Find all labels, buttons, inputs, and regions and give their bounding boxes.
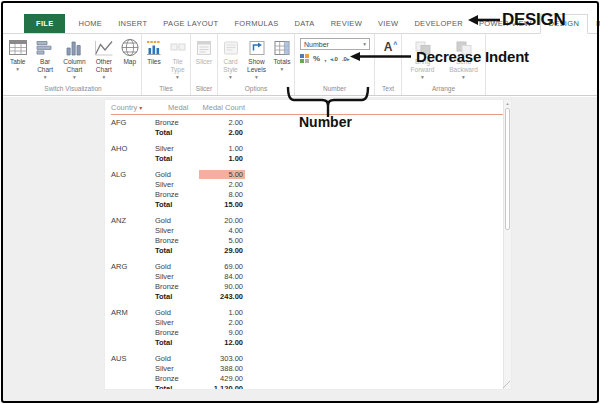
totals-button[interactable]: Totals ▾: [270, 36, 294, 73]
table-row[interactable]: Silver84.00: [111, 271, 505, 281]
resize-grip-icon[interactable]: [503, 381, 510, 388]
arrow-left-icon: [467, 13, 501, 27]
table-row[interactable]: Bronze90.00: [111, 281, 505, 291]
medal-cell: Silver: [155, 226, 199, 235]
total-value-cell: 29.00: [199, 246, 245, 255]
table-row[interactable]: Silver4.00: [111, 225, 505, 235]
tab-page-layout[interactable]: PAGE LAYOUT: [155, 14, 226, 33]
total-value-cell: 1,120.00: [199, 384, 245, 391]
table-row[interactable]: Silver388.00: [111, 363, 505, 373]
tab-view[interactable]: VIEW: [370, 14, 406, 33]
map-button[interactable]: Map: [119, 36, 141, 66]
value-cell: 303.00: [199, 354, 245, 363]
table-row[interactable]: Bronze5.00: [111, 235, 505, 245]
medal-cell: Bronze: [155, 282, 199, 291]
tab-insert[interactable]: INSERT: [110, 14, 155, 33]
chevron-down-icon: ▾: [462, 74, 465, 81]
tab-data[interactable]: DATA: [287, 14, 323, 33]
scrollbar-thumb[interactable]: [505, 108, 510, 230]
medal-cell: Gold: [155, 262, 199, 271]
table-row[interactable]: Silver2.00: [111, 317, 505, 327]
table-total-row[interactable]: Total12.00: [111, 337, 505, 347]
table-row[interactable]: Silver2.00: [111, 179, 505, 189]
table-total-row[interactable]: Total243.00: [111, 291, 505, 301]
bar-chart-button[interactable]: Bar Chart ▾: [31, 36, 58, 81]
table-icon: [7, 37, 29, 58]
slicer-button[interactable]: Slicer: [192, 36, 217, 66]
total-label-cell: Total: [155, 200, 199, 209]
table-total-row[interactable]: Total1,120.00: [111, 383, 505, 390]
total-value-cell: 243.00: [199, 292, 245, 301]
total-value-cell: 12.00: [199, 338, 245, 347]
medal-table-visual[interactable]: Country▾ Medal Medal Count AFGBronze2.00…: [104, 99, 512, 390]
header-medal[interactable]: Medal: [155, 103, 199, 112]
header-medal-count[interactable]: Medal Count: [199, 103, 245, 112]
table-row[interactable]: Bronze8.00: [111, 189, 505, 199]
comma-style-icon[interactable]: ,: [324, 54, 326, 64]
value-cell: 4.00: [199, 226, 245, 235]
tab-review[interactable]: REVIEW: [323, 14, 370, 33]
table-row[interactable]: ARMGold1.00: [111, 307, 505, 317]
value-cell: 429.00: [199, 374, 245, 383]
tab-home[interactable]: HOME: [70, 14, 110, 33]
button-label: Map: [123, 58, 136, 66]
country-cell: ARG: [111, 262, 155, 271]
percent-style-icon[interactable]: %: [313, 54, 320, 64]
group-label: Text: [375, 83, 401, 95]
medal-cell: Silver: [155, 318, 199, 327]
table-row[interactable]: ARGGold69.00: [111, 261, 505, 271]
show-levels-button[interactable]: Show Levels ▾: [243, 36, 270, 81]
tab-formulas[interactable]: FORMULAS: [226, 14, 286, 33]
button-label: Card Style: [218, 58, 243, 74]
number-annotation: Number: [299, 114, 352, 130]
table-total-row[interactable]: Total29.00: [111, 245, 505, 255]
chevron-down-icon: ▾: [176, 74, 179, 81]
tiles-button[interactable]: Tiles: [143, 36, 166, 66]
tile-type-button[interactable]: Tile Type ▾: [166, 36, 190, 81]
total-value-cell: 15.00: [199, 200, 245, 209]
increase-decimal-icon[interactable]: ◂.0: [330, 56, 338, 62]
country-cell: ARM: [111, 308, 155, 317]
country-group: AUSGold303.00Silver388.00Bronze429.00Tot…: [111, 353, 505, 390]
chevron-down-icon: ▾: [73, 74, 76, 81]
table-button[interactable]: Table ▾: [5, 36, 30, 73]
total-value-cell: 1.00: [199, 154, 245, 163]
group-switch-visualization: Table ▾ Bar Chart ▾ Column Chart ▾: [5, 34, 142, 95]
tab-inquire[interactable]: INQUIRE: [588, 14, 600, 33]
table-total-row[interactable]: Total1.00: [111, 153, 505, 163]
sort-dropdown-icon[interactable]: ▾: [139, 105, 142, 111]
medal-cell: Gold: [155, 216, 199, 225]
decimal-glyph: .0: [333, 56, 338, 62]
totals-icon: [272, 37, 292, 58]
card-style-button[interactable]: Card Style ▾: [218, 36, 243, 81]
table-row[interactable]: ANZGold20.00: [111, 215, 505, 225]
table-row[interactable]: ALGGold5.00: [111, 169, 505, 179]
power-view-canvas: Country▾ Medal Medal Count AFGBronze2.00…: [3, 97, 597, 401]
value-cell: 5.00: [199, 236, 245, 245]
table-total-row[interactable]: Total15.00: [111, 199, 505, 209]
total-label-cell: Total: [155, 246, 199, 255]
decrease-decimal-icon[interactable]: .0▸: [342, 56, 350, 62]
tab-developer[interactable]: DEVELOPER: [406, 14, 471, 33]
header-country[interactable]: Country▾: [111, 103, 155, 112]
chevron-down-icon: ▾: [102, 74, 105, 81]
value-cell: 90.00: [199, 282, 245, 291]
country-group: ARMGold1.00Silver2.00Bronze9.00Total12.0…: [111, 307, 505, 347]
accounting-format-icon[interactable]: [300, 54, 309, 63]
table-row[interactable]: AHOSilver1.00: [111, 143, 505, 153]
column-chart-button[interactable]: Column Chart ▾: [60, 36, 89, 81]
other-chart-button[interactable]: Other Chart ▾: [90, 36, 117, 81]
medal-cell: Gold: [155, 308, 199, 317]
table-row[interactable]: Bronze429.00: [111, 373, 505, 383]
scroll-up-icon[interactable]: ▲: [504, 101, 511, 106]
value-cell: 9.00: [199, 328, 245, 337]
total-label-cell: Total: [155, 292, 199, 301]
vertical-scrollbar[interactable]: ▲: [503, 100, 511, 389]
table-row[interactable]: AUSGold303.00: [111, 353, 505, 363]
chevron-down-icon: ▾: [255, 74, 258, 81]
group-label: Options: [218, 83, 294, 95]
button-label: Tiles: [147, 58, 160, 66]
table-row[interactable]: Bronze9.00: [111, 327, 505, 337]
country-group: ANZGold20.00Silver4.00Bronze5.00Total29.…: [111, 215, 505, 255]
tab-file[interactable]: FILE: [24, 14, 65, 33]
